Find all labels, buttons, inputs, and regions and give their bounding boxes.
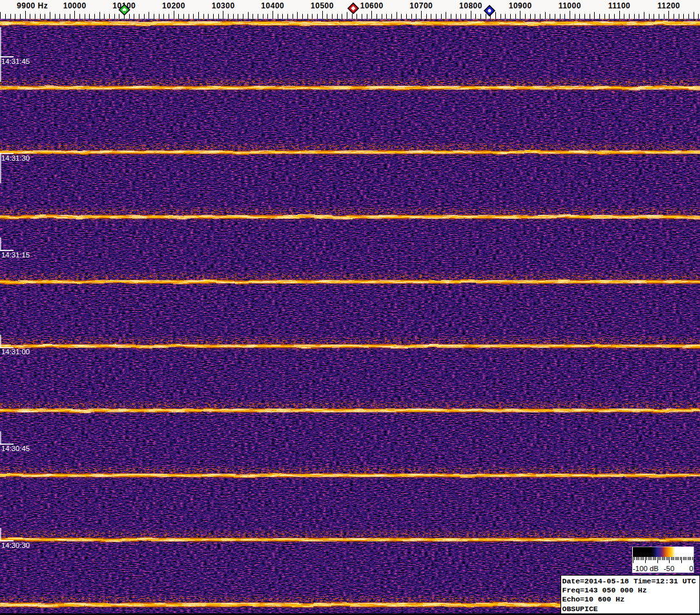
svg-text:9900 Hz: 9900 Hz <box>17 1 48 10</box>
svg-text:14:30:30: 14:30:30 <box>1 541 30 549</box>
svg-text:0: 0 <box>689 565 693 572</box>
svg-text:10400: 10400 <box>261 1 284 10</box>
svg-text:Freq=143 050 000 Hz: Freq=143 050 000 Hz <box>562 586 647 594</box>
svg-text:-100 dB: -100 dB <box>633 565 659 572</box>
svg-text:10600: 10600 <box>360 1 384 10</box>
svg-text:14:30:45: 14:30:45 <box>1 445 30 452</box>
svg-text:OBSUPICE: OBSUPICE <box>562 605 598 613</box>
svg-text:10300: 10300 <box>212 1 235 10</box>
svg-text:14:31:30: 14:31:30 <box>1 154 30 162</box>
svg-text:Echo=10 600 Hz: Echo=10 600 Hz <box>562 595 625 603</box>
svg-text:10500: 10500 <box>311 1 334 10</box>
svg-text:11000: 11000 <box>559 1 581 10</box>
svg-text:14:31:00: 14:31:00 <box>1 348 30 356</box>
svg-text:11100: 11100 <box>608 1 631 10</box>
svg-text:14:31:15: 14:31:15 <box>1 251 30 259</box>
svg-text:10800: 10800 <box>459 1 482 10</box>
svg-text:11200: 11200 <box>657 1 680 10</box>
svg-text:10000: 10000 <box>63 1 87 10</box>
svg-text:10200: 10200 <box>162 1 185 10</box>
svg-text:Date=2014-05-18 Time=12:31 UTC: Date=2014-05-18 Time=12:31 UTC <box>562 577 696 585</box>
svg-text:10900: 10900 <box>509 1 532 10</box>
svg-text:10700: 10700 <box>409 1 433 10</box>
svg-text:-50: -50 <box>664 565 674 572</box>
svg-text:14:31:45: 14:31:45 <box>1 57 30 65</box>
